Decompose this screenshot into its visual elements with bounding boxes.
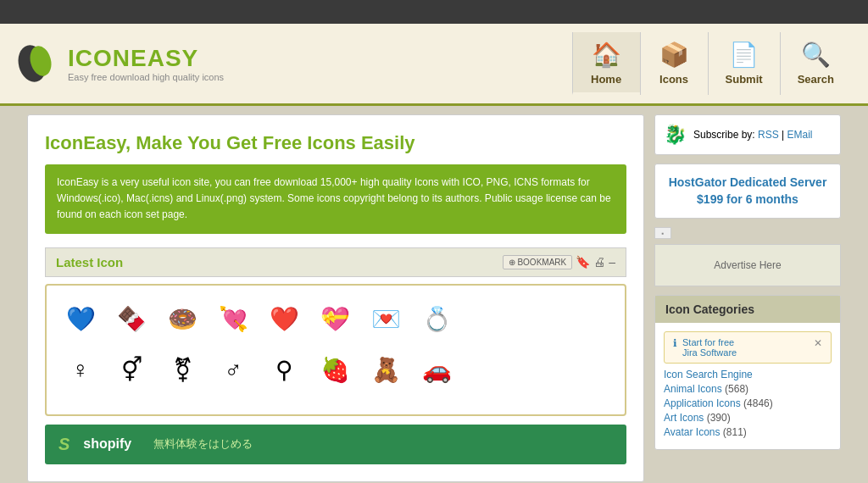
email-link[interactable]: EMail <box>787 129 813 141</box>
icons-icon: 📦 <box>659 39 689 69</box>
category-count-1: (568) <box>725 383 748 395</box>
categories-content: ℹ Start for freeJira Software ✕ Icon Sea… <box>655 323 840 449</box>
nav-icons[interactable]: 📦 Icons <box>640 32 708 95</box>
category-animal-icons[interactable]: Animal Icons (568) <box>664 383 832 395</box>
submit-icon: 📄 <box>729 39 760 69</box>
bookmark-icon: ⊕ <box>509 258 515 267</box>
share-icon-3[interactable]: – <box>609 255 615 269</box>
icon-gender-both[interactable]: ⚧ <box>162 350 203 391</box>
category-label-3: Art Icons <box>664 412 704 424</box>
header: ICONEASY Easy free download high quality… <box>0 24 868 106</box>
page-title-green: Make You Get Free Icons Easily <box>136 132 415 153</box>
icon-cupid[interactable]: 💘 <box>213 299 253 340</box>
latest-label: Latest <box>56 255 97 269</box>
shopify-label: shopify <box>83 436 131 452</box>
icon-letter[interactable]: 💌 <box>365 299 406 340</box>
icon-bear[interactable]: 🧸 <box>365 350 406 391</box>
nav-icons-label: Icons <box>659 73 688 86</box>
share-icon-1[interactable]: 🔖 <box>576 255 590 269</box>
icon-gender-neutral[interactable]: ⚲ <box>264 350 304 391</box>
logo-title-green: EASY <box>131 45 198 71</box>
category-label-2: Application Icons <box>664 397 741 409</box>
ad-info-icon[interactable]: ℹ <box>673 337 677 349</box>
nav-search-label: Search <box>798 73 834 86</box>
page-title: IconEasy, Make You Get Free Icons Easily <box>45 132 626 154</box>
logo-icon <box>17 42 59 85</box>
category-label-4: Avatar Icons <box>664 426 720 438</box>
home-icon: 🏠 <box>591 39 621 69</box>
category-art-icons[interactable]: Art Icons (390) <box>664 412 832 424</box>
icon-female[interactable]: ♀ <box>60 350 101 391</box>
icon-card[interactable]: 💝 <box>314 299 355 340</box>
icon-row-2: ♀ ⚥ ⚧ ♂ ⚲ 🍓 🧸 🚗 <box>60 350 611 391</box>
shopify-s-icon: S <box>58 435 70 454</box>
search-icon: 🔍 <box>800 39 831 69</box>
page-title-text: IconEasy, <box>45 132 136 153</box>
shopify-banner[interactable]: S shopify 無料体験をはじめる <box>45 425 626 464</box>
bookmark-area: ⊕ BOOKMARK 🔖 🖨 – <box>503 255 615 269</box>
ad-notice: ℹ Start for freeJira Software ✕ <box>664 331 832 364</box>
logo-text-area: ICONEASY Easy free download high quality… <box>68 45 224 82</box>
subscribe-label: Subscribe by: <box>693 129 758 141</box>
category-icon-search-engine[interactable]: Icon Search Engine <box>664 369 832 380</box>
subscribe-links: RSS | EMail <box>758 129 813 141</box>
latest-icon-header: Latest Icon ⊕ BOOKMARK 🔖 🖨 – <box>45 247 626 277</box>
category-count-2: (4846) <box>743 397 773 409</box>
nav-home[interactable]: 🏠 Home <box>572 32 640 95</box>
description-text: IconEasy is a very useful icon site, you… <box>57 176 611 220</box>
icon-ring[interactable]: 💍 <box>416 299 457 340</box>
sidebar: 🐉 Subscribe by: RSS | EMail HostGator De… <box>654 114 841 482</box>
icon-strawberry[interactable]: 🍓 <box>314 350 355 391</box>
icon-heart[interactable]: ❤️ <box>264 299 304 340</box>
icon-male[interactable]: ♂ <box>213 350 253 391</box>
icon-cookies[interactable]: 🍩 <box>162 299 203 340</box>
subscribe-text: Subscribe by: RSS | EMail <box>693 129 813 141</box>
latest-label-green: Icon <box>97 255 123 269</box>
main-wrapper: IconEasy, Make You Get Free Icons Easily… <box>19 106 849 483</box>
advertise-box[interactable]: Advertise Here <box>654 244 841 286</box>
bookmark-button[interactable]: ⊕ BOOKMARK <box>503 255 573 269</box>
category-label-0: Icon Search Engine <box>664 369 753 380</box>
logo-title-dark: ICON <box>68 45 131 71</box>
icon-grid-container: 💙 🍫 🍩 💘 ❤️ 💝 💌 💍 ♀ ⚥ ⚧ ♂ ⚲ 🍓 🧸 🚗 <box>45 284 626 416</box>
subscribe-icon: 🐉 <box>664 124 687 146</box>
content-area: IconEasy, Make You Get Free Icons Easily… <box>27 114 644 482</box>
rss-link[interactable]: RSS <box>758 129 779 141</box>
small-image: ▪ <box>654 227 671 239</box>
nav-home-label: Home <box>591 73 621 86</box>
top-bar <box>0 0 868 24</box>
category-count-3: (390) <box>707 412 731 424</box>
description-box: IconEasy is a very useful icon site, you… <box>45 164 626 234</box>
icon-male-female[interactable]: ⚥ <box>111 350 152 391</box>
logo-subtitle: Easy free download high quality icons <box>68 72 224 82</box>
categories-header: Icon Categories <box>655 296 840 323</box>
icon-row-1: 💙 🍫 🍩 💘 ❤️ 💝 💌 💍 <box>60 299 611 340</box>
advertise-label: Advertise Here <box>714 259 781 271</box>
icon-car[interactable]: 🚗 <box>416 350 457 391</box>
shopify-subtext: 無料体験をはじめる <box>153 436 253 452</box>
nav-search[interactable]: 🔍 Search <box>780 32 851 95</box>
ad-notice-text: Start for freeJira Software <box>682 337 809 358</box>
logo-area: ICONEASY Easy free download high quality… <box>17 42 555 85</box>
nav-submit-label: Submit <box>726 73 763 86</box>
hostgator-ad[interactable]: HostGator Dedicated Server $199 for 6 mo… <box>654 164 841 219</box>
icon-chocolates[interactable]: 🍫 <box>111 299 152 340</box>
hostgator-title: HostGator Dedicated Server $199 for 6 mo… <box>665 175 830 208</box>
ad-close-button[interactable]: ✕ <box>814 337 822 349</box>
share-icon-2[interactable]: 🖨 <box>593 255 605 269</box>
icon-balloon-hearts[interactable]: 💙 <box>60 299 101 340</box>
main-nav: 🏠 Home 📦 Icons 📄 Submit 🔍 Search <box>572 32 851 95</box>
icon-categories: Icon Categories ℹ Start for freeJira Sof… <box>654 295 841 450</box>
category-label-1: Animal Icons <box>664 383 722 395</box>
nav-submit[interactable]: 📄 Submit <box>708 32 780 95</box>
sidebar-subscribe: 🐉 Subscribe by: RSS | EMail <box>654 114 841 155</box>
category-application-icons[interactable]: Application Icons (4846) <box>664 397 832 409</box>
latest-title: Latest Icon <box>56 255 123 269</box>
logo-title: ICONEASY <box>68 45 224 72</box>
bookmark-label: BOOKMARK <box>517 258 566 267</box>
category-avatar-icons[interactable]: Avatar Icons (811) <box>664 426 832 438</box>
category-count-4: (811) <box>723 426 747 438</box>
